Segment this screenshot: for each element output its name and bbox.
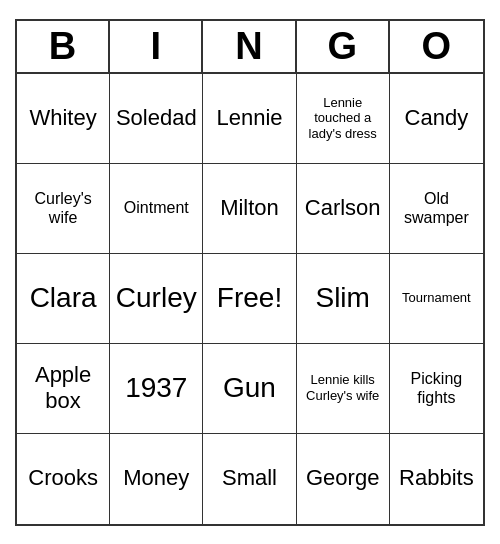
header-letter: N — [203, 21, 296, 72]
bingo-cell: Curley's wife — [17, 164, 110, 254]
header-letter: I — [110, 21, 203, 72]
bingo-card: BINGO WhiteySoledadLennieLennie touched … — [15, 19, 485, 526]
bingo-cell: Ointment — [110, 164, 203, 254]
bingo-cell: Lennie — [203, 74, 296, 164]
bingo-cell: Whitey — [17, 74, 110, 164]
bingo-cell: Apple box — [17, 344, 110, 434]
bingo-cell: Money — [110, 434, 203, 524]
bingo-cell: Carlson — [297, 164, 390, 254]
bingo-cell: Clara — [17, 254, 110, 344]
bingo-cell: Lennie kills Curley's wife — [297, 344, 390, 434]
bingo-cell: Crooks — [17, 434, 110, 524]
header-letter: O — [390, 21, 483, 72]
bingo-cell: Tournament — [390, 254, 483, 344]
bingo-cell: Rabbits — [390, 434, 483, 524]
bingo-cell: Milton — [203, 164, 296, 254]
bingo-cell: Old swamper — [390, 164, 483, 254]
bingo-cell: Curley — [110, 254, 203, 344]
header-letter: B — [17, 21, 110, 72]
bingo-cell: Small — [203, 434, 296, 524]
bingo-cell: Gun — [203, 344, 296, 434]
bingo-cell: Picking fights — [390, 344, 483, 434]
bingo-grid: WhiteySoledadLennieLennie touched a lady… — [17, 74, 483, 524]
bingo-cell: Candy — [390, 74, 483, 164]
header-letter: G — [297, 21, 390, 72]
bingo-cell: 1937 — [110, 344, 203, 434]
bingo-cell: Lennie touched a lady's dress — [297, 74, 390, 164]
bingo-cell: Free! — [203, 254, 296, 344]
bingo-cell: Soledad — [110, 74, 203, 164]
bingo-cell: Slim — [297, 254, 390, 344]
bingo-header: BINGO — [17, 21, 483, 74]
bingo-cell: George — [297, 434, 390, 524]
